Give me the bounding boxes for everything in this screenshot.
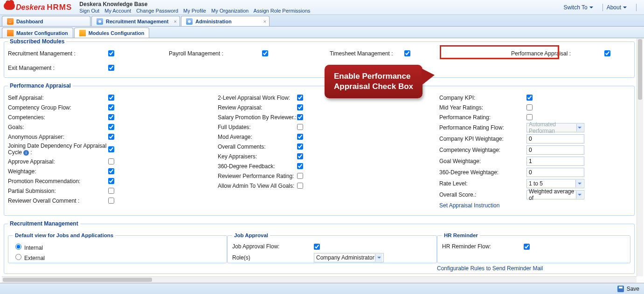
select-performance-rating-flow: Automated Performan [526,123,584,132]
input-goal-weightage[interactable] [526,157,584,166]
primary-tabs: ⌂ Dashboard ☻ Recruitment Management × ☻… [0,15,644,27]
modules-icon [79,30,86,36]
link-my-account[interactable]: My Account [104,8,131,14]
checkbox-timesheet-management[interactable] [404,50,410,56]
field-label: Key Appraisers: [218,153,297,160]
select-overall-score[interactable]: Weighted average of [526,190,584,199]
horizontal-scrollbar[interactable] [2,276,637,283]
link-set-appraisal-instruction[interactable]: Set Appraisal Instruction [439,202,499,209]
chk-approve-appraisal[interactable] [108,158,114,164]
chk-overall-comments[interactable] [297,144,303,150]
radio-external-wrap[interactable]: External [13,253,222,261]
about-label: About [607,4,621,11]
perf-columns: Self Appraisal: Competency Group Flow: C… [8,93,630,211]
field-label: Exit Management : [8,65,108,71]
radio-label: Internal [24,245,43,251]
panel-legend: Job Approval [232,232,270,238]
select-value: Company Administrator [316,254,374,261]
tab-dashboard[interactable]: ⌂ Dashboard [2,16,90,26]
select-value: 1 to 5 [529,180,543,187]
chk-anonymous-appraiser[interactable] [108,134,114,140]
chk-allow-admin-view-all-goals[interactable] [297,183,303,189]
chevron-down-icon [375,254,382,261]
vertical-scrollbar[interactable] [637,38,643,276]
field-label: Timesheet Management : [330,50,404,57]
field-label: Competencies: [8,114,108,121]
field-label: Self Appraisal: [8,95,108,101]
panel-legend: Recruitment Management [8,220,80,227]
chk-salary-promotion-by-reviewer[interactable] [297,114,303,120]
chk-goals[interactable] [108,124,114,130]
tab-label: Master Configuration [16,30,68,36]
chk-hr-reminder-flow[interactable] [524,244,530,250]
link-my-organization[interactable]: My Organization [211,8,249,14]
secondary-tabs: Master Configuration Modules Configurati… [0,27,644,38]
callout-pointer-icon [422,68,435,85]
scrollbar-thumb[interactable] [638,39,642,100]
checkbox-recruitment-management[interactable] [108,50,114,56]
chk-mid-year-ratings[interactable] [526,104,533,110]
select-rate-level[interactable]: 1 to 5 [526,179,584,188]
chk-promotion-recommendation[interactable] [108,178,114,184]
chk-competency-group-flow[interactable] [108,104,114,110]
checkbox-payroll-management[interactable] [262,50,268,56]
link-change-password[interactable]: Change Password [136,8,178,14]
panel-legend: Subscribed Modules [8,38,66,45]
chk-competencies[interactable] [108,114,114,120]
disk-icon [617,286,624,292]
close-icon[interactable]: × [174,19,177,24]
radio-external[interactable] [15,254,21,260]
chk-reviewer-performance-rating[interactable] [297,173,303,179]
link-sign-out[interactable]: Sign Out [79,8,99,14]
select-value: Automated Performan [529,121,576,134]
radio-internal-wrap[interactable]: Internal [13,242,222,251]
chk-review-appraisal[interactable] [297,104,303,110]
switch-to-menu[interactable]: Switch To [564,4,593,11]
checkbox-exit-management[interactable] [108,65,114,71]
scrollbar-thumb[interactable] [3,278,152,282]
chk-job-approval-flow[interactable] [314,244,320,250]
close-icon[interactable]: × [263,19,266,24]
field-label: Competency Weightage: [439,147,526,153]
chk-self-appraisal[interactable] [108,95,114,101]
link-assign-role-permissions[interactable]: Assign Role Permissions [254,8,311,14]
chk-full-updates[interactable] [297,124,303,130]
about-menu[interactable]: About [607,4,627,11]
chevron-down-icon [576,191,583,198]
callout-line1: Enable Performance [334,71,413,82]
field-label: Recruitment Management : [8,50,108,57]
brand-text-1: Deskera [16,3,45,12]
tab-modules-configuration[interactable]: Modules Configuration [74,27,150,38]
colon: : [29,149,32,156]
panel-legend: Default view for Jobs and Applications [13,232,115,238]
chk-partial-submission[interactable] [108,188,114,194]
save-button[interactable]: Save [627,286,639,292]
perf-col1: Self Appraisal: Competency Group Flow: C… [8,93,218,211]
input-competency-weightage[interactable] [526,145,584,155]
chk-2level-appraisal-workflow[interactable] [297,95,303,101]
subpanel-hr-reminder: HR Reminder HR Reminder Flow: [437,232,630,263]
label-text: Joining Date Dependency For Appraisal Cy… [8,143,106,156]
chk-mod-average[interactable] [297,134,303,140]
chk-key-appraisers[interactable] [297,153,303,159]
tab-master-configuration[interactable]: Master Configuration [2,27,73,38]
perf-col3: Company KPI: Mid Year Ratings: Performan… [439,93,630,211]
info-icon[interactable]: i [23,150,29,156]
chk-reviewer-overall-comment[interactable] [108,198,114,204]
link-configurable-rules[interactable]: Configurable Rules to Send Reminder Mail [437,265,543,272]
field-label: 360-Degree Weightage: [439,169,526,176]
checkbox-performance-appraisal[interactable] [604,50,610,56]
tab-recruitment-management[interactable]: ☻ Recruitment Management × [91,16,180,26]
chk-joining-date-dependency[interactable] [108,146,114,152]
input-company-kpi-weightage[interactable] [526,134,584,144]
chk-performance-rating[interactable] [526,114,533,120]
chk-360-degree-feedback[interactable] [297,163,303,169]
link-my-profile[interactable]: My Profile [183,8,206,14]
select-roles[interactable]: Company Administrator [314,253,384,262]
chk-company-kpi[interactable] [526,95,533,101]
chk-weightage[interactable] [108,168,114,174]
input-360-degree-weightage[interactable] [526,168,584,177]
radio-internal[interactable] [15,244,21,250]
tab-administration[interactable]: ☻ Administration × [181,16,270,26]
field-label: Goal Weightage: [439,158,526,164]
